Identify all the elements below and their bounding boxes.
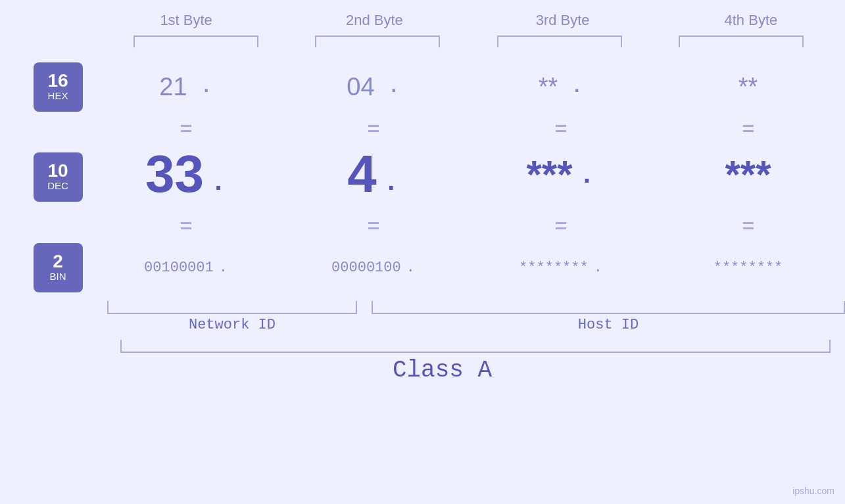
- network-bracket: [107, 301, 357, 314]
- network-id-label: Network ID: [189, 317, 276, 333]
- main-container: 1st Byte 2nd Byte 3rd Byte 4th Byte 16 H…: [0, 0, 845, 504]
- dec-dot-1: .: [210, 168, 226, 198]
- dec-badge: 10 DEC: [34, 152, 83, 202]
- bin-byte-2: 00000100: [331, 260, 401, 276]
- byte-header-1: 1st Byte: [114, 12, 258, 29]
- bin-byte-3: ********: [519, 260, 589, 276]
- hex-byte-2: 04: [347, 73, 374, 101]
- bin-row: 2 BIN 00100001 . 00000100 . ******** . *…: [0, 238, 845, 297]
- equals-row-2: [0, 213, 845, 238]
- hex-badge: 16 HEX: [34, 62, 83, 112]
- dec-byte-1: 33: [145, 144, 204, 204]
- bracket-2: [315, 35, 440, 47]
- host-id-label: Host ID: [578, 317, 639, 333]
- bracket-3: [497, 35, 622, 47]
- byte-header-2: 2nd Byte: [302, 12, 447, 29]
- bracket-4: [679, 35, 804, 47]
- bracket-1: [133, 35, 258, 47]
- bin-byte-4: ********: [713, 260, 783, 276]
- bin-dot-3: .: [594, 260, 602, 276]
- dec-row: 10 DEC 33 . 4 . *** . ***: [0, 141, 845, 213]
- host-bracket: [372, 301, 845, 314]
- bin-badge: 2 BIN: [34, 243, 83, 292]
- class-label: Class A: [393, 357, 492, 384]
- hex-byte-4: **: [738, 73, 758, 101]
- bin-byte-1: 00100001: [144, 260, 214, 276]
- dec-byte-4: ***: [725, 152, 771, 197]
- byte-header-4: 4th Byte: [679, 12, 823, 29]
- hex-byte-3: **: [539, 73, 558, 101]
- class-bracket: [120, 340, 831, 353]
- hex-dot-3: .: [571, 76, 583, 98]
- hex-dot-1: .: [201, 76, 212, 98]
- dec-byte-3: ***: [526, 152, 572, 197]
- byte-header-3: 3rd Byte: [491, 12, 635, 29]
- hex-dot-2: .: [388, 76, 400, 98]
- hex-row: 16 HEX 21 . 04 . ** . **: [0, 58, 845, 116]
- dec-dot-2: .: [383, 168, 399, 198]
- equals-row-1: [0, 116, 845, 141]
- bin-dot-1: .: [219, 260, 228, 276]
- watermark: ipshu.com: [792, 486, 834, 496]
- dec-byte-2: 4: [347, 144, 377, 204]
- dec-dot-3: .: [579, 161, 595, 191]
- hex-byte-1: 21: [159, 73, 187, 101]
- bin-dot-2: .: [406, 260, 415, 276]
